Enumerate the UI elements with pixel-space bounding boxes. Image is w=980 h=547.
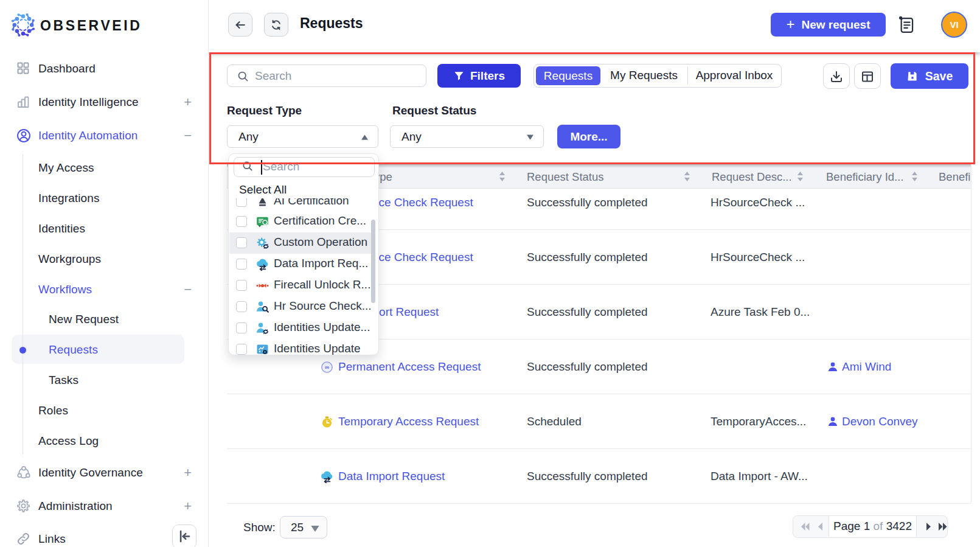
svg-text:∞: ∞ bbox=[325, 364, 329, 371]
